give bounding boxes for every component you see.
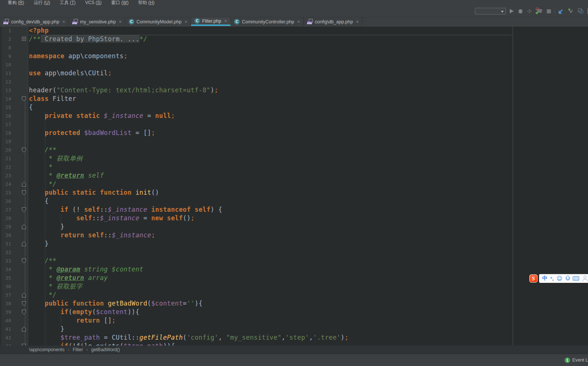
tab-CommunityModel.php[interactable]: CCommunityModel.php× [125, 17, 191, 26]
fold-marker-down[interactable] [22, 148, 26, 152]
code-area[interactable]: <?php/** Created by PhpStorm. ...*/names… [28, 26, 588, 346]
code-line: /** [29, 146, 588, 154]
fold-slot [22, 316, 27, 318]
code-line: public function getBadWord($content=''){ [29, 299, 588, 308]
close-icon[interactable]: × [356, 19, 359, 24]
fold-slot [22, 248, 27, 250]
fold-slot [22, 95, 27, 101]
fold-slot [22, 274, 27, 276]
fold-marker-up[interactable] [22, 224, 26, 229]
close-icon[interactable]: × [184, 19, 187, 24]
gutter-row: 19 [0, 137, 28, 146]
gutter-row: 25 [0, 188, 28, 197]
fold-marker-down[interactable] [22, 310, 26, 314]
close-icon[interactable]: × [62, 19, 65, 24]
fold-slot [22, 197, 27, 199]
line-number: 40 [0, 316, 11, 325]
fold-slot [22, 325, 27, 332]
tab-my_sensitive.php[interactable]: my_sensitive.php× [69, 17, 125, 26]
microphone-icon[interactable] [565, 276, 570, 281]
fold-slot [22, 214, 27, 216]
editor-tabs: config_dev\db_app.php×my_sensitive.php×C… [0, 17, 588, 26]
profile-icon[interactable] [582, 276, 588, 281]
code-line: public static function init() [29, 188, 588, 197]
gutter-row: 33 [0, 257, 28, 265]
fold-slot [22, 240, 27, 246]
line-number: 28 [0, 214, 11, 222]
line-number: 34 [0, 265, 11, 274]
code-line: * @return self [29, 171, 588, 180]
close-icon[interactable]: × [224, 18, 227, 24]
tab-config_dev\db_app.php[interactable]: config_dev\db_app.php× [0, 17, 69, 26]
code-line: */ [29, 180, 588, 188]
fold-marker-up[interactable] [22, 327, 26, 332]
code-line [29, 120, 588, 129]
code-line: * [29, 163, 588, 171]
fold-marker-down[interactable] [22, 258, 26, 263]
coverage-icon[interactable] [527, 9, 532, 14]
line-number: 38 [0, 299, 11, 308]
code-line [29, 60, 588, 69]
stop-icon[interactable] [547, 9, 551, 13]
debug-icon[interactable] [518, 9, 523, 14]
fold-marker-up[interactable] [22, 293, 26, 297]
punctuation-icon[interactable]: °, [551, 276, 554, 281]
gutter-row: 37 [0, 291, 28, 299]
gutter-row: 10 [0, 60, 28, 69]
menu-item-H[interactable]: 帮助 (H) [133, 0, 159, 5]
gutter-row: 1 [0, 26, 28, 35]
close-icon[interactable]: × [297, 19, 300, 24]
attach-icon[interactable] [536, 8, 542, 14]
run-icon[interactable] [510, 9, 514, 13]
menu-item-W[interactable]: 窗口 (W) [106, 0, 134, 5]
menu-item-T[interactable]: 工具 (T) [55, 0, 81, 5]
breadcrumb-item[interactable]: getBadWord() [91, 347, 120, 352]
breadcrumb-item[interactable]: Filter [73, 347, 83, 352]
fold-marker-plus[interactable]: + [22, 37, 26, 41]
sogou-logo-icon[interactable]: S [529, 274, 538, 283]
indent-guide [61, 214, 61, 231]
tab-config\db_app.php[interactable]: config\db_app.php× [304, 17, 362, 26]
tab-Filter.php[interactable]: CFilter.php× [191, 17, 231, 26]
update-project-icon[interactable] [559, 9, 564, 14]
fold-slot [22, 171, 27, 173]
fold-marker-down[interactable] [22, 96, 26, 101]
event-log-label[interactable]: Event Log [572, 357, 588, 363]
line1-separator [29, 35, 513, 35]
gutter-row: 13 [0, 86, 28, 95]
menu-bar: 重构 (R)运行 (U)工具 (T)VCS (S)窗口 (W)帮助 (H) [0, 0, 588, 5]
line-number: 8 [0, 43, 11, 52]
menu-item-U[interactable]: 运行 (U) [29, 0, 55, 5]
recent-changes-icon[interactable] [578, 9, 584, 14]
gutter-row: 16 [0, 112, 28, 120]
gutter-row: 40 [0, 316, 28, 325]
fold-slot [22, 26, 27, 28]
editor[interactable]: 12+8910111213141516171819202122232425262… [0, 26, 588, 346]
gutter-row: 29 [0, 222, 28, 231]
breadcrumb-item[interactable]: \app\components [29, 347, 65, 352]
line-number: 24 [0, 180, 11, 188]
fold-marker-down[interactable] [22, 301, 26, 306]
code-line: <?php [29, 26, 588, 35]
run-configuration-select[interactable] [475, 8, 506, 14]
menu-item-S[interactable]: VCS (S) [81, 0, 106, 5]
emoji-icon[interactable]: ☺ [556, 275, 562, 282]
menu-item-R[interactable]: 重构 (R) [3, 0, 29, 5]
fold-marker-down[interactable] [22, 344, 26, 346]
commit-icon[interactable] [568, 9, 574, 14]
php-class-icon: C [129, 19, 134, 24]
notification-badge[interactable]: 1 [565, 357, 570, 363]
fold-marker-up[interactable] [22, 182, 26, 187]
keyboard-icon[interactable] [573, 276, 579, 281]
fold-marker-down[interactable] [22, 207, 26, 212]
fold-slot [22, 154, 27, 156]
close-icon[interactable]: × [119, 19, 122, 24]
fold-marker-up[interactable] [22, 241, 26, 246]
line-number: 25 [0, 188, 11, 197]
chinese-mode-icon[interactable]: 中 [542, 275, 548, 282]
code-line: * 获取脏字 [29, 282, 588, 291]
fold-slot [22, 137, 27, 139]
tab-CommunityController.php[interactable]: CCommunityController.php× [231, 17, 304, 26]
fold-slot [22, 205, 27, 212]
fold-marker-down[interactable] [22, 190, 26, 195]
